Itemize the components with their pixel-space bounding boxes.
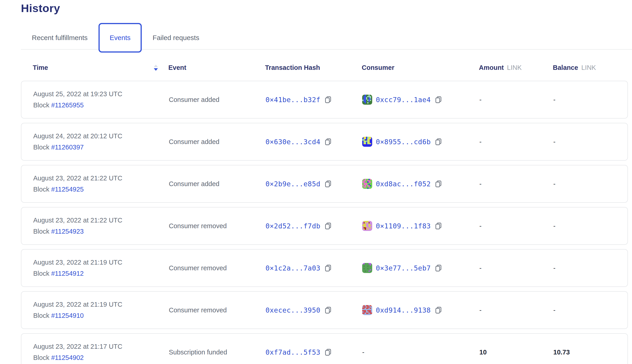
amount-value: 10 <box>479 348 553 356</box>
sort-descending-icon[interactable] <box>154 64 158 71</box>
block-label: Block <box>33 228 51 235</box>
block-number-link[interactable]: #11260397 <box>51 144 84 151</box>
transaction-hash-link[interactable]: 0×2d52...f7db <box>266 222 320 230</box>
consumer-address-link[interactable]: 0xcc79...1ae4 <box>376 96 431 104</box>
block-number-link[interactable]: #11265955 <box>51 102 84 109</box>
copy-icon[interactable] <box>324 180 332 188</box>
consumer-address-link[interactable]: 0×8955...cd6b <box>376 138 431 146</box>
amount-value: - <box>479 138 553 146</box>
consumer-identicon <box>362 95 372 105</box>
block-number-link[interactable]: #11254902 <box>51 354 84 361</box>
consumer-identicon <box>362 179 372 189</box>
copy-icon[interactable] <box>434 222 442 230</box>
block-number-link[interactable]: #11254923 <box>51 228 84 235</box>
block-number-link[interactable]: #11254912 <box>51 270 84 277</box>
copy-icon[interactable] <box>324 222 332 230</box>
consumer-empty: - <box>362 348 364 356</box>
copy-icon[interactable] <box>434 264 442 272</box>
column-header-time[interactable]: Time <box>33 64 168 72</box>
block-label: Block <box>33 186 51 193</box>
time-cell: August 25, 2022 at 19:23 UTC Block #1126… <box>33 90 169 109</box>
column-header-event: Event <box>168 64 265 72</box>
table-row: August 23, 2022 at 21:17 UTC Block #1125… <box>21 333 628 364</box>
copy-icon[interactable] <box>324 96 332 104</box>
consumer-identicon <box>362 305 372 315</box>
tab-recent-fulfillments[interactable]: Recent fulfillments <box>32 34 88 42</box>
transaction-hash-cell: 0×1c2a...7a03 <box>266 264 362 272</box>
amount-value: - <box>479 264 553 272</box>
balance-value: - <box>553 138 628 146</box>
copy-icon[interactable] <box>434 96 442 104</box>
block-line: Block #11254902 <box>33 354 169 362</box>
event-type: Consumer removed <box>169 306 266 314</box>
copy-icon[interactable] <box>434 138 442 146</box>
consumer-address-link[interactable]: 0×1109...1f83 <box>376 222 431 230</box>
row-date: August 23, 2022 at 21:19 UTC <box>33 259 169 266</box>
time-cell: August 23, 2022 at 21:22 UTC Block #1125… <box>33 216 169 235</box>
transaction-hash-link[interactable]: 0×2b9e...e85d <box>266 180 320 188</box>
copy-icon[interactable] <box>434 306 442 314</box>
transaction-hash-cell: 0×630e...3cd4 <box>266 138 362 146</box>
column-header-consumer: Consumer <box>362 64 479 72</box>
table-row: August 23, 2022 at 21:22 UTC Block #1125… <box>21 207 628 245</box>
consumer-cell: - <box>362 348 479 356</box>
transaction-hash-cell: 0×2d52...f7db <box>266 222 362 230</box>
event-type: Consumer added <box>169 96 266 104</box>
block-label: Block <box>33 102 51 109</box>
time-cell: August 23, 2022 at 21:19 UTC Block #1125… <box>33 301 169 320</box>
row-date: August 23, 2022 at 21:19 UTC <box>33 301 169 308</box>
transaction-hash-link[interactable]: 0×630e...3cd4 <box>266 138 320 146</box>
balance-label: Balance <box>553 64 578 72</box>
transaction-hash-link[interactable]: 0xf7ad...5f53 <box>266 348 320 356</box>
consumer-cell: 0xd8ac...f052 <box>362 179 479 189</box>
row-date: August 23, 2022 at 21:17 UTC <box>33 343 169 350</box>
event-type: Consumer added <box>169 180 266 188</box>
amount-value: - <box>479 222 553 230</box>
transaction-hash-link[interactable]: 0xecec...3950 <box>266 306 320 314</box>
consumer-address-link[interactable]: 0xd914...9138 <box>376 306 431 314</box>
transaction-hash-cell: 0xf7ad...5f53 <box>266 348 362 356</box>
block-line: Block #11265955 <box>33 102 169 109</box>
amount-unit-label: LINK <box>507 64 522 72</box>
sort-up-arrow-icon <box>154 64 158 67</box>
table-row: August 23, 2022 at 21:19 UTC Block #1125… <box>21 291 628 329</box>
transaction-hash-link[interactable]: 0×41be...b32f <box>266 96 320 104</box>
table-row: August 23, 2022 at 21:22 UTC Block #1125… <box>21 165 628 203</box>
consumer-address-link[interactable]: 0xd8ac...f052 <box>376 180 431 188</box>
event-type: Subscription funded <box>169 348 266 356</box>
tab-events[interactable]: Events <box>98 23 142 52</box>
consumer-cell: 0×3e77...5eb7 <box>362 263 479 273</box>
copy-icon[interactable] <box>324 348 332 356</box>
balance-value: 10.73 <box>553 348 628 356</box>
balance-unit-label: LINK <box>581 64 596 72</box>
history-tabs: Recent fulfillments Events Failed reques… <box>32 23 199 53</box>
copy-icon[interactable] <box>324 306 332 314</box>
time-cell: August 24, 2022 at 20:12 UTC Block #1126… <box>33 132 169 151</box>
transaction-hash-link[interactable]: 0×1c2a...7a03 <box>266 264 320 272</box>
copy-icon[interactable] <box>324 264 332 272</box>
time-cell: August 23, 2022 at 21:22 UTC Block #1125… <box>33 174 169 193</box>
block-label: Block <box>33 312 51 319</box>
row-date: August 24, 2022 at 20:12 UTC <box>33 132 169 140</box>
amount-value: - <box>479 180 553 188</box>
balance-value: - <box>553 222 628 230</box>
column-header-transaction-hash: Transaction Hash <box>265 64 362 72</box>
consumer-cell: 0xd914...9138 <box>362 305 479 315</box>
block-line: Block #11254910 <box>33 312 169 320</box>
tab-failed-requests[interactable]: Failed requests <box>153 34 199 42</box>
block-label: Block <box>33 354 51 361</box>
block-line: Block #11254925 <box>33 186 169 193</box>
column-header-time-label: Time <box>33 64 48 72</box>
block-number-link[interactable]: #11254910 <box>51 312 84 319</box>
row-date: August 23, 2022 at 21:22 UTC <box>33 216 169 224</box>
copy-icon[interactable] <box>434 180 442 188</box>
event-type: Consumer added <box>169 138 266 146</box>
block-number-link[interactable]: #11254925 <box>51 186 84 193</box>
page-title: History <box>21 2 60 14</box>
consumer-address-link[interactable]: 0×3e77...5eb7 <box>376 264 431 272</box>
history-page: History Recent fulfillments Events Faile… <box>0 0 632 364</box>
event-type: Consumer removed <box>169 222 266 230</box>
column-header-balance: Balance LINK <box>553 64 628 72</box>
event-type: Consumer removed <box>169 264 266 272</box>
copy-icon[interactable] <box>324 138 332 146</box>
